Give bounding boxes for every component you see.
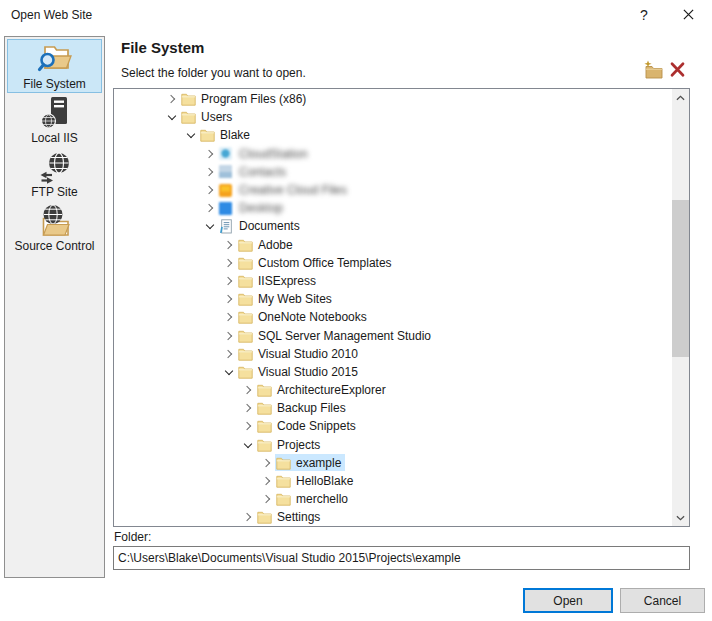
tree-item-visual-studio-2015[interactable]: Visual Studio 2015 <box>114 363 672 381</box>
tree-item-desktop[interactable]: Desktop <box>114 199 672 217</box>
tree-item-label: merchello <box>296 492 348 506</box>
tree-item-users[interactable]: Users <box>114 108 672 126</box>
scroll-down-icon[interactable] <box>672 509 689 526</box>
expand-arrow-icon[interactable] <box>221 351 237 357</box>
tree-scrollbar[interactable] <box>672 89 689 526</box>
folder-icon <box>181 110 197 125</box>
expand-arrow-icon[interactable] <box>259 460 275 466</box>
expand-arrow-icon[interactable] <box>221 242 237 248</box>
expand-arrow-icon[interactable] <box>240 405 256 411</box>
expand-arrow-icon[interactable] <box>202 224 218 228</box>
sidebar-item-source-control[interactable]: Source Control <box>7 201 102 255</box>
folder-icon <box>238 292 254 307</box>
cancel-button-label: Cancel <box>644 594 681 608</box>
sidebar-item-file-system[interactable]: File System <box>7 39 102 93</box>
tree-item-label: Projects <box>277 438 320 452</box>
expand-arrow-icon[interactable] <box>240 514 256 520</box>
tree-item-example[interactable]: example <box>114 454 672 472</box>
tree-item-label: Adobe <box>258 238 293 252</box>
tree-item-label: example <box>296 456 341 470</box>
sidebar-item-label: FTP Site <box>31 185 77 199</box>
tree-item-settings[interactable]: Settings <box>114 508 672 526</box>
server-globe-icon <box>39 96 71 130</box>
expand-arrow-icon[interactable] <box>221 333 237 339</box>
scroll-up-icon[interactable] <box>672 89 689 106</box>
expand-arrow-icon[interactable] <box>240 443 256 447</box>
tree-item-label: Code Snippets <box>277 419 356 433</box>
expand-arrow-icon[interactable] <box>221 296 237 302</box>
new-folder-button[interactable] <box>643 60 663 79</box>
expand-arrow-icon[interactable] <box>164 96 180 102</box>
close-button[interactable] <box>671 0 705 30</box>
tree-item-onenote-notebooks[interactable]: OneNote Notebooks <box>114 308 672 326</box>
expand-arrow-icon[interactable] <box>259 478 275 484</box>
expand-arrow-icon[interactable] <box>240 423 256 429</box>
folder-icon <box>257 419 273 434</box>
tree-item-label: OneNote Notebooks <box>258 310 367 324</box>
tree-item-documents[interactable]: Documents <box>114 217 672 235</box>
tree-item-label: HelloBlake <box>296 474 353 488</box>
folder-icon <box>238 255 254 270</box>
folder-icon <box>238 237 254 252</box>
tree-item-label: Contacts <box>239 165 286 179</box>
folder-tree[interactable]: Program Files (x86) Users Blake CloudSta… <box>113 88 690 527</box>
globe-folder-icon <box>37 204 72 238</box>
destination-sidebar: File System Local IIS FTP Site Source Co… <box>4 36 105 578</box>
folder-icon <box>238 364 254 379</box>
tree-item-sql-server-management-studio[interactable]: SQL Server Management Studio <box>114 326 672 344</box>
folder-icon <box>257 383 273 398</box>
tree-item-program-files-x86[interactable]: Program Files (x86) <box>114 90 672 108</box>
tree-item-label: Settings <box>277 510 320 524</box>
tree-item-backup-files[interactable]: Backup Files <box>114 399 672 417</box>
tree-item-blake[interactable]: Blake <box>114 126 672 144</box>
expand-arrow-icon[interactable] <box>202 205 218 211</box>
expand-arrow-icon[interactable] <box>221 278 237 284</box>
tree-item-projects[interactable]: Projects <box>114 436 672 454</box>
tree-item-custom-office-templates[interactable]: Custom Office Templates <box>114 254 672 272</box>
cancel-button[interactable]: Cancel <box>620 588 705 613</box>
scrollbar-thumb[interactable] <box>672 200 689 357</box>
tree-item-label: Blake <box>220 128 250 142</box>
sidebar-item-local-iis[interactable]: Local IIS <box>7 93 102 147</box>
contacts-icon <box>219 164 235 179</box>
expand-arrow-icon[interactable] <box>221 370 237 374</box>
help-button[interactable]: ? <box>627 0 661 30</box>
tree-item-label: Custom Office Templates <box>258 256 392 270</box>
folder-icon <box>200 128 216 143</box>
tree-item-contacts[interactable]: Contacts <box>114 163 672 181</box>
expand-arrow-icon[interactable] <box>164 115 180 119</box>
delete-button[interactable] <box>669 61 686 78</box>
tree-item-label: Users <box>201 110 232 124</box>
tree-item-label: SQL Server Management Studio <box>258 329 431 343</box>
tree-item-merchello[interactable]: merchello <box>114 490 672 508</box>
new-folder-icon <box>643 65 663 82</box>
expand-arrow-icon[interactable] <box>202 151 218 157</box>
expand-arrow-icon[interactable] <box>259 496 275 502</box>
tree-item-adobe[interactable]: Adobe <box>114 236 672 254</box>
close-icon <box>683 7 694 23</box>
documents-icon <box>219 219 235 234</box>
folder-field-label: Folder: <box>114 530 151 544</box>
expand-arrow-icon[interactable] <box>202 187 218 193</box>
tree-item-architectureexplorer[interactable]: ArchitectureExplorer <box>114 381 672 399</box>
tree-item-label: Creative Cloud Files <box>239 183 347 197</box>
expand-arrow-icon[interactable] <box>202 169 218 175</box>
tree-item-code-snippets[interactable]: Code Snippets <box>114 417 672 435</box>
expand-arrow-icon[interactable] <box>221 260 237 266</box>
open-button[interactable]: Open <box>523 588 613 613</box>
folder-path-input[interactable] <box>113 546 690 570</box>
expand-arrow-icon[interactable] <box>240 387 256 393</box>
expand-arrow-icon[interactable] <box>221 314 237 320</box>
tree-item-visual-studio-2010[interactable]: Visual Studio 2010 <box>114 345 672 363</box>
tree-item-label: Documents <box>239 219 300 233</box>
creative-cloud-icon <box>219 183 235 198</box>
tree-item-cloudstation[interactable]: CloudStation <box>114 145 672 163</box>
tree-item-creative-cloud-files[interactable]: Creative Cloud Files <box>114 181 672 199</box>
expand-arrow-icon[interactable] <box>183 133 199 137</box>
sidebar-item-label: Source Control <box>14 239 94 253</box>
tree-item-helloblake[interactable]: HelloBlake <box>114 472 672 490</box>
tree-item-iisexpress[interactable]: IISExpress <box>114 272 672 290</box>
sidebar-item-ftp-site[interactable]: FTP Site <box>7 147 102 201</box>
help-icon: ? <box>640 7 648 23</box>
tree-item-my-web-sites[interactable]: My Web Sites <box>114 290 672 308</box>
